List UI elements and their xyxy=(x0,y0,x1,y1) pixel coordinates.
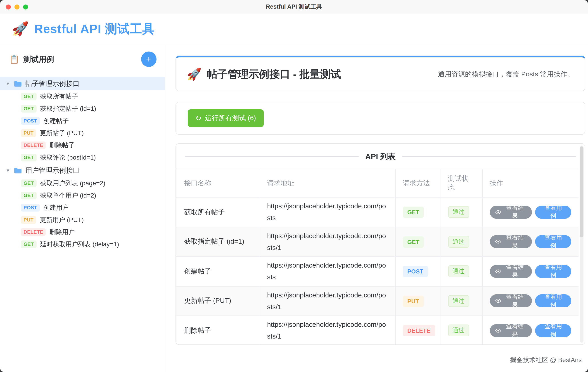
column-header-url: 请求地址 xyxy=(260,169,395,197)
view-case-label: 查看用例 xyxy=(541,263,565,279)
clipboard-icon: 📋 xyxy=(9,54,19,64)
view-result-button[interactable]: 查看结果 xyxy=(490,265,532,278)
minimize-button[interactable] xyxy=(14,4,20,9)
cell-status: 通过 xyxy=(441,227,482,257)
app-window: Restful API 测试工具 🚀 Restful API 测试工具 📋 测试… xyxy=(0,0,588,372)
run-card: ↻ 运行所有测试 (6) xyxy=(176,102,585,135)
scrollbar-track[interactable] xyxy=(580,145,583,343)
view-case-button[interactable]: 查看用例 xyxy=(535,324,571,337)
tree-item[interactable]: GET 延时获取用户列表 (delay=1) xyxy=(0,238,165,250)
tree-group-row[interactable]: ▾ 用户管理示例接口 xyxy=(0,164,165,177)
method-badge: GET xyxy=(403,207,424,218)
item-label: 获取指定帖子 (id=1) xyxy=(40,105,96,113)
view-result-button[interactable]: 查看结果 xyxy=(490,324,532,337)
add-case-button[interactable]: + xyxy=(141,52,157,67)
cell-method: PUT xyxy=(395,286,441,316)
eye-icon xyxy=(495,328,501,334)
app-title: Restful API 测试工具 xyxy=(34,21,155,37)
sidebar-header: 📋 测试用例 + xyxy=(0,52,165,67)
folder-icon xyxy=(14,167,22,174)
rocket-icon: 🚀 xyxy=(12,22,29,35)
tree-item[interactable]: GET 获取所有帖子 xyxy=(0,90,165,103)
cell-status: 通过 xyxy=(441,316,482,345)
tree-item[interactable]: GET 获取单个用户 (id=2) xyxy=(0,189,165,202)
status-badge: 通过 xyxy=(448,295,469,307)
batch-description: 通用资源的模拟接口，覆盖 Posts 常用操作。 xyxy=(438,70,574,78)
eye-icon xyxy=(495,269,501,274)
table-row: 获取指定帖子 (id=1) https://jsonplaceholder.ty… xyxy=(176,227,578,257)
footer-credit: 掘金技术社区 @ BestAns xyxy=(176,356,585,364)
column-header-name: 接口名称 xyxy=(176,169,260,197)
tree-item[interactable]: GET 获取用户列表 (page=2) xyxy=(0,177,165,189)
divider-line-right xyxy=(402,156,576,157)
view-case-button[interactable]: 查看用例 xyxy=(535,235,571,248)
cell-name: 更新帖子 (PUT) xyxy=(176,286,260,316)
item-label: 创建帖子 xyxy=(43,117,69,125)
run-all-tests-label: 运行所有测试 (6) xyxy=(205,114,256,123)
test-case-tree: ▾ 帖子管理示例接口 GET 获取所有帖子 GET 获取指定帖子 (id=1) … xyxy=(0,77,165,250)
run-all-tests-button[interactable]: ↻ 运行所有测试 (6) xyxy=(188,109,264,127)
view-case-label: 查看用例 xyxy=(541,234,565,250)
method-badge: GET xyxy=(21,179,36,187)
eye-icon xyxy=(495,239,501,245)
tree-item[interactable]: PUT 更新帖子 (PUT) xyxy=(0,127,165,139)
folder-icon xyxy=(14,80,22,87)
api-table: 接口名称 请求地址 请求方法 测试状态 操作 获取所有帖子 https://js… xyxy=(176,169,578,345)
tree-item[interactable]: DELETE 删除帖子 xyxy=(0,139,165,151)
item-label: 更新帖子 (PUT) xyxy=(40,129,84,137)
cell-url: https://jsonplaceholder.typicode.com/pos… xyxy=(260,227,395,257)
view-case-button[interactable]: 查看用例 xyxy=(535,265,571,278)
view-result-label: 查看结果 xyxy=(503,204,527,220)
tree-item[interactable]: GET 获取评论 (postId=1) xyxy=(0,151,165,164)
method-badge: POST xyxy=(21,204,40,212)
scrollbar-thumb[interactable] xyxy=(580,146,583,237)
method-badge: GET xyxy=(21,191,36,200)
cell-url: https://jsonplaceholder.typicode.com/pos… xyxy=(260,257,395,286)
caret-down-icon: ▾ xyxy=(5,81,10,87)
status-badge: 通过 xyxy=(448,206,469,218)
table-row: 更新帖子 (PUT) https://jsonplaceholder.typic… xyxy=(176,286,578,316)
table-row: 创建帖子 https://jsonplaceholder.typicode.co… xyxy=(176,257,578,286)
item-label: 创建用户 xyxy=(43,204,69,212)
view-result-label: 查看结果 xyxy=(503,322,527,339)
section-divider: API 列表 xyxy=(176,151,585,162)
item-label: 更新用户 (PUT) xyxy=(40,216,84,224)
status-badge: 通过 xyxy=(448,266,469,277)
table-row: 获取所有帖子 https://jsonplaceholder.typicode.… xyxy=(176,197,578,227)
view-case-label: 查看用例 xyxy=(541,204,565,220)
item-label: 获取用户列表 (page=2) xyxy=(40,179,105,187)
view-result-button[interactable]: 查看结果 xyxy=(490,294,532,308)
content-area: 📋 测试用例 + ▾ 帖子管理示例接口 GET 获取所有帖子 GET 获取指定帖… xyxy=(0,44,588,372)
tree-item[interactable]: PUT 更新用户 (PUT) xyxy=(0,214,165,226)
view-case-button[interactable]: 查看用例 xyxy=(535,206,571,219)
view-case-label: 查看用例 xyxy=(541,293,565,309)
cell-url: https://jsonplaceholder.typicode.com/pos… xyxy=(260,316,395,345)
item-label: 获取单个用户 (id=2) xyxy=(40,191,96,200)
item-label: 获取评论 (postId=1) xyxy=(40,154,96,162)
view-result-label: 查看结果 xyxy=(503,263,527,279)
batch-title-card: 🚀 帖子管理示例接口 - 批量测试 通用资源的模拟接口，覆盖 Posts 常用操… xyxy=(176,56,585,91)
cell-actions: 查看结果 查看用例 xyxy=(482,286,578,316)
tree-group-row[interactable]: ▾ 帖子管理示例接口 xyxy=(0,77,165,90)
cell-name: 删除帖子 xyxy=(176,316,260,345)
sidebar-title-wrap: 📋 测试用例 xyxy=(9,54,54,64)
sidebar: 📋 测试用例 + ▾ 帖子管理示例接口 GET 获取所有帖子 GET 获取指定帖… xyxy=(0,44,165,372)
window-title: Restful API 测试工具 xyxy=(266,3,322,11)
item-label: 获取所有帖子 xyxy=(40,93,78,101)
tree-group: ▾ 帖子管理示例接口 GET 获取所有帖子 GET 获取指定帖子 (id=1) … xyxy=(0,77,165,164)
cell-url: https://jsonplaceholder.typicode.com/pos… xyxy=(260,197,395,227)
cell-status: 通过 xyxy=(441,257,482,286)
view-case-button[interactable]: 查看用例 xyxy=(535,294,571,308)
view-result-button[interactable]: 查看结果 xyxy=(490,235,532,248)
zoom-button[interactable] xyxy=(23,4,28,9)
method-badge: PUT xyxy=(403,295,424,307)
close-button[interactable] xyxy=(6,4,11,9)
tree-item[interactable]: DELETE 删除用户 xyxy=(0,226,165,238)
view-result-button[interactable]: 查看结果 xyxy=(490,206,532,219)
refresh-icon: ↻ xyxy=(195,114,201,122)
view-case-label: 查看用例 xyxy=(541,322,565,339)
tree-item[interactable]: GET 获取指定帖子 (id=1) xyxy=(0,103,165,115)
cell-method: GET xyxy=(395,227,441,257)
tree-item[interactable]: POST 创建帖子 xyxy=(0,115,165,127)
tree-item[interactable]: POST 创建用户 xyxy=(0,202,165,214)
